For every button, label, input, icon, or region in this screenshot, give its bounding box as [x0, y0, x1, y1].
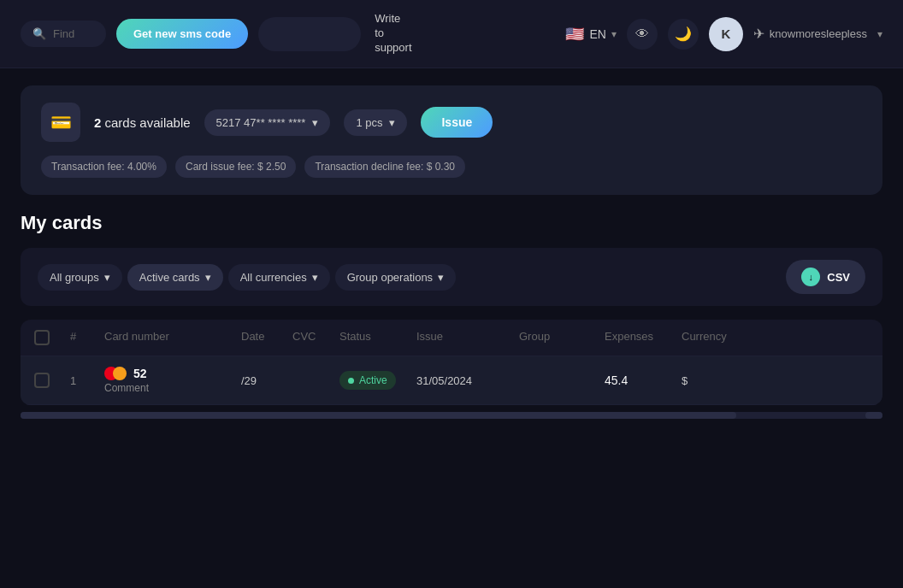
cards-label-text: cards available	[105, 115, 191, 130]
scrollbar-right-indicator[interactable]	[865, 412, 882, 419]
search-box[interactable]: 🔍 Find	[21, 21, 106, 47]
card-issue-fee-tag: Card issue fee: $ 2.50	[175, 156, 296, 178]
header-status: Status	[339, 330, 416, 345]
header-checkbox-col	[34, 330, 70, 345]
transaction-fee-tag: Transaction fee: 4.00%	[41, 156, 167, 178]
row-status-cell: Active	[339, 371, 416, 390]
search-placeholder: Find	[53, 27, 74, 40]
eye-icon-button[interactable]: 👁	[627, 19, 658, 50]
filter-bar: All groups ▾ Active cards ▾ All currenci…	[21, 248, 882, 306]
cards-table: # Card number Date CVC Status Issue Grou…	[21, 320, 882, 405]
row-number: 1	[70, 374, 104, 387]
lang-chevron-icon: ▾	[611, 28, 617, 40]
issue-button[interactable]: Issue	[421, 107, 493, 138]
username-label: knowmoresleepless	[770, 27, 867, 40]
card-issue-panel: 💳 2 cards available 5217 47** **** **** …	[21, 85, 882, 195]
decline-fee-tag: Transaction decline fee: $ 0.30	[304, 156, 465, 178]
moon-icon-button[interactable]: 🌙	[668, 19, 699, 50]
row-date: /29	[241, 374, 292, 387]
topbar: 🔍 Find Get new sms code Write to support…	[0, 0, 903, 68]
card-number-selector[interactable]: 5217 47** **** **** ▾	[204, 109, 331, 136]
mc-yellow-circle	[113, 367, 127, 380]
all-currencies-label: All currencies	[240, 271, 307, 284]
header-card-number: Card number	[104, 330, 241, 345]
card-short-number: 52	[133, 367, 147, 380]
status-dot-icon	[348, 378, 354, 384]
table-header: # Card number Date CVC Status Issue Grou…	[21, 320, 882, 356]
active-cards-chevron-icon: ▾	[205, 271, 211, 284]
header-issue: Issue	[416, 330, 519, 345]
group-operations-filter[interactable]: Group operations ▾	[335, 264, 456, 291]
all-currencies-chevron-icon: ▾	[312, 271, 318, 284]
avatar[interactable]: K	[709, 17, 743, 51]
status-text: Active	[359, 374, 387, 386]
all-groups-filter[interactable]: All groups ▾	[38, 264, 122, 291]
header-group: Group	[519, 330, 605, 345]
card-number-chevron-icon: ▾	[312, 116, 318, 129]
my-cards-title: My cards	[21, 212, 882, 234]
all-currencies-filter[interactable]: All currencies ▾	[228, 264, 330, 291]
csv-download-button[interactable]: ↓ CSV	[786, 260, 865, 294]
active-cards-filter[interactable]: Active cards ▾	[127, 264, 223, 291]
language-selector[interactable]: 🇺🇸 EN ▾	[565, 25, 616, 44]
row-checkbox-cell	[34, 373, 70, 388]
spacer-block	[258, 17, 361, 51]
qty-value: 1 pcs	[356, 116, 382, 129]
flag-icon: 🇺🇸	[565, 25, 584, 44]
all-groups-label: All groups	[50, 271, 99, 284]
download-icon: ↓	[801, 268, 820, 286]
status-badge: Active	[339, 371, 396, 390]
telegram-icon: ✈	[753, 26, 764, 42]
scrollbar-thumb[interactable]	[21, 412, 736, 419]
lang-label: EN	[589, 27, 605, 41]
card-icon-wrap: 💳	[41, 103, 80, 142]
active-cards-label: Active cards	[139, 271, 200, 284]
card-number-top: 52	[104, 367, 147, 380]
row-currency: $	[682, 374, 758, 387]
sms-code-button[interactable]: Get new sms code	[116, 19, 248, 49]
select-all-checkbox[interactable]	[34, 330, 50, 345]
write-support-label: Write to support	[375, 12, 411, 56]
csv-label: CSV	[827, 271, 850, 284]
header-cvc: CVC	[292, 330, 339, 345]
issue-date: 31/05/2024	[416, 374, 519, 387]
card-number-cell: 52 Comment	[104, 367, 241, 394]
cards-available-label: 2 cards available	[94, 115, 191, 130]
card-comment: Comment	[104, 382, 149, 394]
header-num: #	[70, 330, 104, 345]
quantity-selector[interactable]: 1 pcs ▾	[344, 109, 407, 136]
user-menu-chevron-icon[interactable]: ▾	[877, 28, 882, 40]
cards-count: 2	[94, 115, 101, 130]
mastercard-icon	[104, 367, 127, 380]
group-operations-label: Group operations	[347, 271, 433, 284]
telegram-link[interactable]: ✈ knowmoresleepless	[753, 26, 867, 42]
group-operations-chevron-icon: ▾	[438, 271, 444, 284]
row-expenses: 45.4	[605, 373, 682, 387]
header-currency: Currency	[682, 330, 758, 345]
header-expenses: Expenses	[605, 330, 682, 345]
horizontal-scrollbar[interactable]	[21, 412, 882, 419]
header-date: Date	[241, 330, 292, 345]
qty-chevron-icon: ▾	[389, 116, 395, 129]
fee-tags: Transaction fee: 4.00% Card issue fee: $…	[41, 156, 862, 178]
all-groups-chevron-icon: ▾	[104, 271, 110, 284]
card-panel-top: 💳 2 cards available 5217 47** **** **** …	[41, 103, 862, 142]
row-checkbox[interactable]	[34, 373, 50, 388]
card-number-value: 5217 47** **** ****	[216, 116, 306, 129]
credit-card-icon: 💳	[50, 112, 72, 132]
search-icon: 🔍	[32, 27, 46, 40]
table-row: 1 52 Comment /29 Active 31/05/2024 45.4 …	[21, 356, 882, 405]
